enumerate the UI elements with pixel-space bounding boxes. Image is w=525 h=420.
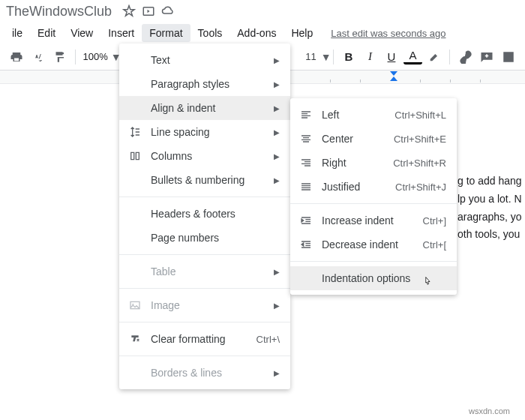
text-line: oth tools, you xyxy=(458,226,525,244)
menu-shortcut: Ctrl+[ xyxy=(423,239,446,250)
indent-marker-bottom[interactable] xyxy=(390,76,398,81)
underline-button[interactable]: U xyxy=(382,47,401,67)
align-item-increase-indent[interactable]: Increase indentCtrl+] xyxy=(290,208,457,232)
format-item-clear-formatting[interactable]: Clear formattingCtrl+\ xyxy=(119,327,290,351)
menu-insert[interactable]: Insert xyxy=(100,24,142,42)
chevron-down-icon[interactable]: ▼ xyxy=(321,51,328,63)
menu-addons[interactable]: Add-ons xyxy=(230,24,284,42)
menu-item-label: Borders & lines xyxy=(151,367,266,379)
menu-item-label: Clear formatting xyxy=(151,333,256,345)
chevron-down-icon[interactable]: ▼ xyxy=(111,51,118,63)
submenu-arrow-icon: ▶ xyxy=(274,268,280,276)
comment-icon[interactable] xyxy=(478,47,496,67)
align-item-center[interactable]: CenterCtrl+Shift+E xyxy=(290,127,457,151)
separator xyxy=(449,50,450,64)
format-item-borders-lines: Borders & lines▶ xyxy=(119,361,290,385)
menu-item-label: Headers & footers xyxy=(151,208,280,220)
menu-shortcut: Ctrl+Shift+E xyxy=(394,134,446,145)
spellcheck-icon[interactable] xyxy=(29,47,48,67)
format-item-paragraph-styles[interactable]: Paragraph styles▶ xyxy=(119,72,290,96)
format-item-headers-footers[interactable]: Headers & footers xyxy=(119,202,290,226)
indent-marker-top[interactable] xyxy=(390,71,398,76)
menu-shortcut: Ctrl+Shift+J xyxy=(395,182,446,193)
format-item-table: Table▶ xyxy=(119,260,290,284)
align-item-left[interactable]: LeftCtrl+Shift+L xyxy=(290,103,457,127)
submenu-arrow-icon: ▶ xyxy=(274,176,280,184)
format-item-image: Image▶ xyxy=(119,293,290,317)
star-icon[interactable] xyxy=(122,4,136,18)
submenu-arrow-icon: ▶ xyxy=(274,302,280,310)
indent-dec-icon xyxy=(298,238,314,250)
menu-item-label: Align & indent xyxy=(151,102,266,114)
menu-format[interactable]: Format xyxy=(142,24,190,42)
image-icon[interactable] xyxy=(499,47,518,67)
text-line: g to add hang xyxy=(458,172,525,190)
print-icon[interactable] xyxy=(8,47,26,67)
format-item-columns[interactable]: Columns▶ xyxy=(119,144,290,168)
highlight-button[interactable] xyxy=(425,47,444,67)
cloud-icon[interactable] xyxy=(161,4,175,18)
document-title[interactable]: TheWindowsClub xyxy=(6,4,112,20)
last-edit-link[interactable]: Last edit was seconds ago xyxy=(331,28,446,39)
menu-tools[interactable]: Tools xyxy=(190,24,230,42)
italic-button[interactable]: I xyxy=(361,47,380,67)
menubar: ile Edit View Insert Format Tools Add-on… xyxy=(0,22,525,44)
menu-shortcut: Ctrl+Shift+L xyxy=(394,110,446,121)
text-line: lp you a lot. N xyxy=(458,190,525,208)
menu-help[interactable]: Help xyxy=(284,24,320,42)
format-item-align-indent[interactable]: Align & indent▶ xyxy=(119,96,290,120)
menu-view[interactable]: View xyxy=(63,24,100,42)
menu-item-label: Columns xyxy=(151,150,266,162)
link-icon[interactable] xyxy=(456,47,475,67)
menu-item-label: Page numbers xyxy=(151,232,280,244)
font-size-value[interactable]: 11 xyxy=(305,51,316,62)
svg-rect-1 xyxy=(503,52,514,62)
text-color-button[interactable]: A xyxy=(404,50,422,64)
align-item-right[interactable]: RightCtrl+Shift+R xyxy=(290,151,457,175)
menu-item-label: Bullets & numbering xyxy=(151,174,266,186)
menu-separator xyxy=(119,196,290,197)
menu-shortcut: Ctrl+] xyxy=(423,215,446,226)
format-item-bullets-numbering[interactable]: Bullets & numbering▶ xyxy=(119,168,290,192)
submenu-arrow-icon: ▶ xyxy=(274,80,280,88)
format-item-text[interactable]: Text▶ xyxy=(119,48,290,72)
menu-file[interactable]: ile xyxy=(4,24,30,42)
indent-inc-icon xyxy=(298,214,314,226)
bold-button[interactable]: B xyxy=(340,47,358,67)
align-item-justified[interactable]: JustifiedCtrl+Shift+J xyxy=(290,175,457,199)
menu-item-label: Justified xyxy=(322,181,395,193)
align-submenu-popup: LeftCtrl+Shift+LCenterCtrl+Shift+ERightC… xyxy=(290,98,457,295)
menu-item-label: Right xyxy=(322,157,393,169)
align-center-icon xyxy=(298,133,314,145)
submenu-arrow-icon: ▶ xyxy=(274,56,280,64)
format-item-line-spacing[interactable]: Line spacing▶ xyxy=(119,120,290,144)
separator xyxy=(333,50,334,64)
menu-shortcut: Ctrl+\ xyxy=(256,334,280,345)
move-icon[interactable] xyxy=(142,4,155,18)
footer-watermark: wsxdn.com xyxy=(469,406,510,416)
align-left-icon xyxy=(298,109,314,121)
menu-separator xyxy=(119,288,290,289)
zoom-value[interactable]: 100% xyxy=(83,51,108,62)
paint-format-icon[interactable] xyxy=(50,47,69,67)
menu-shortcut: Ctrl+Shift+R xyxy=(393,158,446,169)
submenu-arrow-icon: ▶ xyxy=(274,369,280,377)
format-item-page-numbers[interactable]: Page numbers xyxy=(119,226,290,250)
submenu-arrow-icon: ▶ xyxy=(274,128,280,136)
columns-icon xyxy=(127,150,143,162)
menu-item-label: Increase indent xyxy=(322,214,423,226)
menu-separator xyxy=(119,254,290,255)
align-justify-icon xyxy=(298,181,314,193)
menu-separator xyxy=(119,356,290,356)
menu-item-label: Decrease indent xyxy=(322,238,423,250)
menu-item-label: Image xyxy=(151,299,266,311)
title-bar: TheWindowsClub xyxy=(0,0,525,22)
menu-separator xyxy=(290,203,457,204)
align-item-decrease-indent[interactable]: Decrease indentCtrl+[ xyxy=(290,232,457,256)
format-menu-popup: Text▶Paragraph styles▶Align & indent▶Lin… xyxy=(119,44,290,389)
menu-item-label: Text xyxy=(151,54,266,66)
submenu-arrow-icon: ▶ xyxy=(274,104,280,112)
line-spacing-icon xyxy=(127,126,143,138)
menu-edit[interactable]: Edit xyxy=(30,24,63,42)
menu-item-label: Table xyxy=(151,266,266,278)
